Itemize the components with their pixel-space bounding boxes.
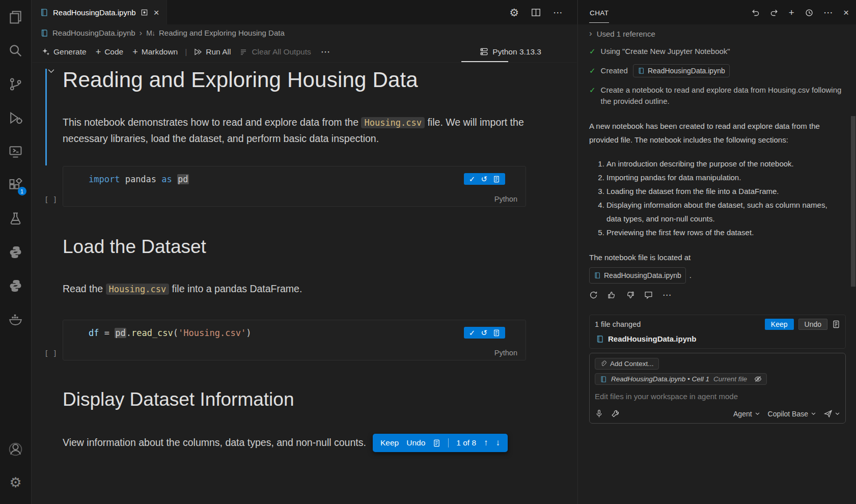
add-markdown-button[interactable]: + Markdown	[128, 45, 182, 59]
notebook-toolbar: Generate + Code + Markdown | Run All Cle…	[32, 41, 577, 63]
model-picker[interactable]: Copilot Base	[768, 410, 816, 418]
undo-edit-button[interactable]: Undo	[406, 438, 425, 447]
rerun-request-icon[interactable]	[589, 291, 598, 299]
next-edit-icon[interactable]: ↓	[496, 438, 501, 448]
created-file-chip[interactable]: ReadHousingData.ipynb	[633, 64, 730, 77]
explorer-icon[interactable]	[4, 5, 28, 29]
split-editor-icon[interactable]	[531, 8, 541, 17]
previous-edit-icon[interactable]: ↑	[484, 438, 488, 448]
tab-modified-icon[interactable]	[141, 9, 148, 16]
clear-outputs-icon	[240, 48, 248, 56]
markdown-paragraph-load: Read the Housing.csv file into a pandas …	[63, 281, 526, 297]
open-diff-icon[interactable]	[493, 329, 500, 337]
chat-input-placeholder[interactable]: Edit files in your workspace in agent mo…	[595, 392, 840, 401]
token-equals: =	[99, 328, 115, 338]
redo-chat-icon[interactable]	[770, 8, 779, 17]
check-icon: ✓	[589, 46, 596, 57]
python-environments-icon[interactable]	[4, 273, 28, 298]
undo-chat-icon[interactable]	[751, 8, 760, 17]
token-paren-close: )	[246, 328, 251, 338]
cell-diff-actions: ✓ ↺	[464, 173, 505, 185]
close-chat-icon[interactable]: ×	[843, 8, 849, 17]
send-icon	[824, 409, 833, 418]
add-context-button[interactable]: Add Context...	[595, 358, 659, 370]
current-file-context-pill[interactable]: ReadHousingData.ipynb • Cell 1 Current f…	[595, 373, 767, 385]
view-changes-icon[interactable]	[832, 320, 840, 328]
kernel-progress-underline	[461, 61, 508, 62]
python-icon[interactable]	[4, 240, 28, 264]
discard-change-icon[interactable]: ↺	[481, 175, 487, 183]
chat-more-icon[interactable]: ⋯	[823, 8, 833, 17]
notebook-file-icon	[638, 67, 645, 74]
changed-file-row[interactable]: ReadHousingData.ipynb	[590, 332, 845, 348]
run-debug-icon[interactable]	[4, 105, 28, 130]
code-line[interactable]: df = pd.read_csv('Housing.csv')	[63, 320, 526, 338]
code-cell-read-csv[interactable]: [ ] df = pd.read_csv('Housing.csv') ✓ ↺ …	[63, 320, 526, 360]
microphone-icon[interactable]	[595, 409, 603, 418]
agent-step-created: ✓ Created ReadHousingData.ipynb	[589, 64, 846, 77]
thumbs-up-icon[interactable]	[608, 291, 616, 299]
manage-gear-icon[interactable]: ⚙	[509, 7, 519, 18]
context-pill-hint: Current file	[713, 375, 747, 383]
context-pill-label: ReadHousingData.ipynb • Cell 1	[611, 375, 709, 383]
notebook-file-icon	[596, 335, 604, 343]
add-code-button[interactable]: + Code	[91, 45, 128, 59]
discard-change-icon[interactable]: ↺	[481, 329, 487, 337]
chat-tab[interactable]: CHAT	[589, 2, 609, 23]
collapse-cell-chevron-icon[interactable]	[47, 67, 56, 75]
located-file-chip[interactable]: ReadHousingData.ipynb	[589, 267, 686, 284]
cell-language-picker[interactable]: Python	[494, 195, 517, 203]
files-changed-header: 1 file changed Keep Undo	[590, 315, 845, 332]
settings-gear-icon[interactable]: ⚙	[4, 470, 28, 495]
accept-change-icon[interactable]: ✓	[469, 329, 476, 337]
extensions-icon[interactable]: 1	[4, 173, 28, 197]
toolbar-divider: |	[185, 47, 187, 57]
tab-readhousingdata[interactable]: ReadHousingData.ipynb ×	[32, 0, 167, 24]
cell-language-picker[interactable]: Python	[494, 349, 517, 357]
chat-history-icon[interactable]	[805, 8, 813, 17]
breadcrumb-section[interactable]: Reading and Exploring Housing Data	[159, 29, 285, 37]
code-cell-import[interactable]: [ ] import pandas as pd ✓ ↺ Python	[63, 166, 526, 207]
report-issue-icon[interactable]	[644, 291, 653, 299]
eye-off-icon[interactable]	[754, 375, 762, 383]
generate-button[interactable]: Generate	[37, 45, 91, 59]
clear-all-outputs-button[interactable]: Clear All Outputs	[235, 45, 315, 59]
account-icon[interactable]	[4, 437, 28, 461]
undo-all-button[interactable]: Undo	[798, 319, 827, 330]
agent-step-task: ✓ Create a notebook to read and explore …	[589, 85, 846, 107]
add-context-label: Add Context...	[610, 360, 654, 368]
docker-icon[interactable]	[4, 307, 28, 331]
changed-filename: ReadHousingData.ipynb	[608, 334, 696, 343]
breadcrumb-file[interactable]: ReadHousingData.ipynb	[52, 29, 135, 37]
search-icon[interactable]	[4, 38, 28, 63]
step-text: Create a notebook to read and explore da…	[601, 85, 846, 107]
used-references-toggle[interactable]: › Used 1 reference	[589, 29, 846, 39]
markdown-heading-load: Load the Dataset	[63, 236, 526, 258]
thumbs-down-icon[interactable]	[626, 291, 634, 299]
tools-icon[interactable]	[611, 409, 620, 418]
run-all-button[interactable]: Run All	[189, 45, 235, 59]
assistant-response-list: An introduction describing the purpose o…	[589, 157, 834, 239]
chat-scrollbar[interactable]	[851, 116, 855, 287]
list-item: Importing pandas for data manipulation.	[606, 171, 834, 184]
accept-change-icon[interactable]: ✓	[469, 175, 476, 183]
remote-explorer-icon[interactable]	[4, 139, 28, 163]
keep-all-button[interactable]: Keep	[765, 319, 794, 330]
new-chat-icon[interactable]: +	[789, 8, 794, 17]
send-button[interactable]	[824, 409, 840, 418]
response-more-icon[interactable]: ⋯	[662, 291, 671, 299]
chat-header-actions: + ⋯ ×	[751, 8, 849, 17]
mode-picker[interactable]: Agent	[733, 410, 760, 418]
tab-close-icon[interactable]: ×	[153, 8, 160, 17]
toolbar-more-icon[interactable]: ⋯	[316, 44, 336, 59]
source-control-icon[interactable]	[4, 72, 28, 96]
open-diff-icon[interactable]	[493, 176, 500, 183]
open-diff-icon[interactable]	[433, 439, 440, 447]
code-line[interactable]: import pandas as pd	[63, 166, 526, 184]
keep-edit-button[interactable]: Keep	[380, 438, 399, 447]
kernel-picker[interactable]: Python 3.13.3	[480, 47, 541, 57]
notebook-file-icon	[40, 29, 48, 37]
run-all-label: Run All	[206, 47, 231, 57]
more-actions-icon[interactable]: ⋯	[553, 8, 563, 17]
testing-icon[interactable]	[4, 206, 28, 231]
